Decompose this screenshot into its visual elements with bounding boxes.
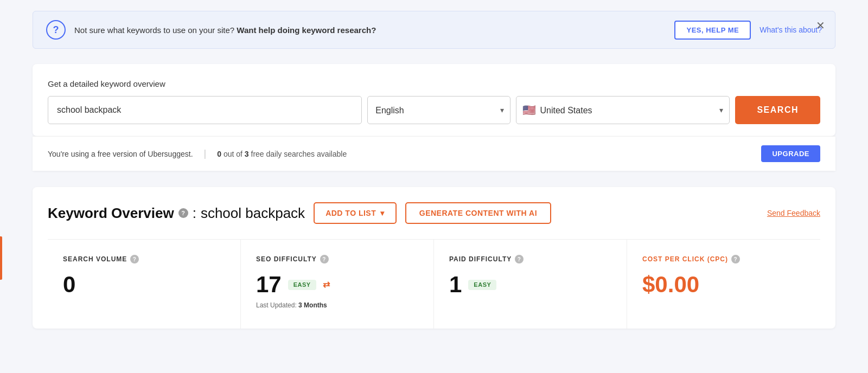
search-button[interactable]: SEARCH <box>735 96 820 124</box>
cpc-value: $0.00 <box>642 273 805 296</box>
language-dropdown-wrap: English Spanish French German ▾ <box>367 96 510 124</box>
upgrade-bar: You're using a free version of Ubersugge… <box>33 136 835 171</box>
paid-difficulty-help-icon[interactable]: ? <box>515 255 524 263</box>
cpc-label: COST PER CLICK (CPC) ? <box>642 255 805 263</box>
overview-title: Keyword Overview ? : school backpack <box>48 205 305 222</box>
search-volume-card: SEARCH VOLUME ? 0 <box>48 240 241 329</box>
add-to-list-chevron-icon: ▾ <box>380 209 385 217</box>
seo-difficulty-help-icon[interactable]: ? <box>320 255 329 263</box>
generate-content-button[interactable]: GENERATE CONTENT WITH AI <box>405 202 551 224</box>
banner-icon: ? <box>46 20 66 40</box>
paid-difficulty-badge: EASY <box>468 280 496 290</box>
left-accent-bar <box>0 236 2 280</box>
upgrade-button[interactable]: UPGRADE <box>761 145 820 162</box>
seo-difficulty-label: SEO DIFFICULTY ? <box>256 255 418 263</box>
cpc-help-icon[interactable]: ? <box>731 255 740 263</box>
overview-keyword: school backpack <box>201 205 305 222</box>
search-section-label: Get a detailed keyword overview <box>48 79 820 88</box>
cpc-card: COST PER CLICK (CPC) ? $0.00 <box>627 240 820 329</box>
seo-last-updated: Last Updated: 3 Months <box>256 301 418 309</box>
send-feedback-link[interactable]: Send Feedback <box>767 209 820 217</box>
paid-difficulty-value: 1 EASY <box>449 273 611 296</box>
seo-difficulty-badge: EASY <box>288 280 316 290</box>
keyword-help-banner: ? Not sure what keywords to use on your … <box>33 11 835 49</box>
separator: | <box>204 148 207 159</box>
svg-text:?: ? <box>53 24 59 35</box>
search-volume-label: SEARCH VOLUME ? <box>63 255 225 263</box>
overview-wrapper: Keyword Overview ? : school backpack ADD… <box>0 187 835 329</box>
location-dropdown-wrap: 🇺🇸 United States United Kingdom Canada A… <box>516 96 730 124</box>
search-volume-value: 0 <box>63 273 225 296</box>
search-section: Get a detailed keyword overview English … <box>33 64 835 136</box>
paid-difficulty-label: PAID DIFFICULTY ? <box>449 255 611 263</box>
location-select[interactable]: United States United Kingdom Canada Aust… <box>516 96 730 124</box>
seo-difficulty-card: SEO DIFFICULTY ? 17 EASY ⇄ Last Updated:… <box>241 240 434 329</box>
metrics-row: SEARCH VOLUME ? 0 SEO DIFFICULTY ? 17 <box>48 239 820 329</box>
free-version-text: You're using a free version of Ubersugge… <box>48 150 193 158</box>
overview-help-icon[interactable]: ? <box>178 208 188 218</box>
language-select[interactable]: English Spanish French German <box>367 96 510 124</box>
overview-header: Keyword Overview ? : school backpack ADD… <box>48 202 820 224</box>
whats-this-link[interactable]: What's this about? <box>760 25 822 34</box>
seo-refresh-icon[interactable]: ⇄ <box>323 280 330 289</box>
add-to-list-button[interactable]: ADD TO LIST ▾ <box>314 202 397 224</box>
banner-text: Not sure what keywords to use on your si… <box>74 25 666 35</box>
yes-help-me-button[interactable]: YES, HELP ME <box>674 21 751 40</box>
paid-difficulty-card: PAID DIFFICULTY ? 1 EASY <box>434 240 627 329</box>
searches-available-text: 0 out of 3 free daily searches available <box>217 150 347 158</box>
keyword-input[interactable] <box>48 96 362 124</box>
banner-close-button[interactable]: ✕ <box>816 20 825 31</box>
seo-difficulty-value: 17 EASY ⇄ <box>256 273 418 296</box>
overview-section: Keyword Overview ? : school backpack ADD… <box>33 187 835 329</box>
search-volume-help-icon[interactable]: ? <box>130 255 139 263</box>
search-row: English Spanish French German ▾ 🇺🇸 Unite… <box>48 96 820 124</box>
keyword-input-wrap <box>48 96 362 124</box>
